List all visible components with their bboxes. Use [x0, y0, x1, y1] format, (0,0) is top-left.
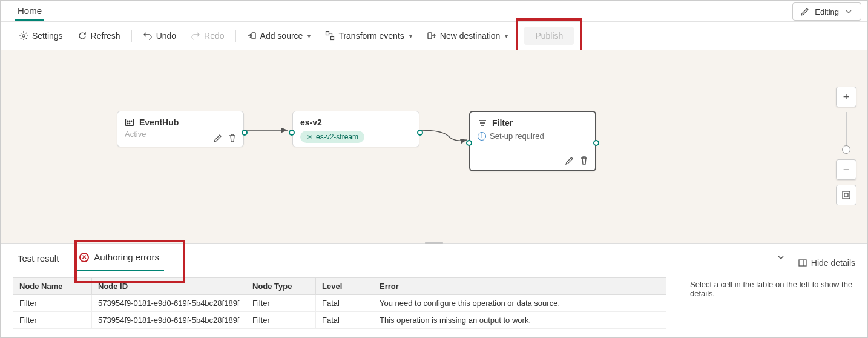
table-cell[interactable]: 573954f9-0181-e9d0-619f-5b4bc28f189f [92, 312, 246, 329]
edit-node-button[interactable] [565, 156, 574, 165]
table-cell[interactable]: You need to configure this operation or … [373, 295, 666, 312]
zoom-in-button[interactable]: + [836, 87, 856, 107]
table-row[interactable]: Filter573954f9-0181-e9d0-619f-5b4bc28f18… [13, 312, 666, 329]
col-node-id[interactable]: Node ID [92, 278, 246, 295]
undo-button[interactable]: Undo [137, 27, 182, 44]
chevron-down-icon: ▾ [307, 33, 311, 39]
settings-button[interactable]: Settings [13, 27, 69, 44]
refresh-icon [77, 31, 87, 41]
tab-test-result[interactable]: Test result [13, 245, 64, 271]
svg-rect-12 [843, 191, 850, 199]
node-esv2[interactable]: es-v2 es-v2-stream [292, 111, 419, 147]
svg-rect-14 [799, 260, 806, 266]
pencil-icon [213, 133, 223, 143]
hide-details-label: Hide details [811, 258, 855, 268]
stream-chip: es-v2-stream [300, 131, 364, 143]
fit-icon [841, 190, 851, 200]
chevron-down-icon: ▾ [505, 33, 508, 39]
port-input[interactable] [289, 130, 295, 136]
zoom-thumb[interactable] [842, 145, 850, 154]
port-output[interactable] [417, 130, 423, 136]
publish-button[interactable]: Publish [524, 27, 574, 45]
eventhub-icon [125, 118, 134, 127]
svg-rect-3 [331, 37, 334, 40]
new-destination-button[interactable]: New destination ▾ [421, 27, 515, 44]
port-input[interactable] [466, 140, 472, 146]
undo-label: Undo [156, 31, 176, 41]
pencil-icon [565, 156, 574, 165]
node-title: EventHub [139, 118, 179, 127]
svg-point-11 [129, 123, 130, 124]
node-title: Filter [492, 118, 513, 128]
tab-home[interactable]: Home [15, 2, 44, 21]
trash-icon [579, 156, 589, 165]
node-eventhub[interactable]: EventHub Active [117, 111, 244, 147]
chevron-down-icon[interactable] [776, 253, 786, 262]
redo-button[interactable]: Redo [185, 27, 230, 44]
new-destination-label: New destination [440, 31, 501, 41]
destination-icon [427, 31, 436, 41]
undo-icon [143, 31, 153, 41]
editing-mode-button[interactable]: Editing [792, 2, 861, 21]
table-cell[interactable]: Filter [246, 295, 316, 312]
add-source-label: Add source [260, 31, 303, 41]
delete-node-button[interactable] [228, 133, 237, 143]
add-source-icon [247, 31, 257, 41]
zoom-controls: + − [836, 87, 856, 205]
node-title: es-v2 [300, 118, 322, 127]
col-node-type[interactable]: Node Type [246, 278, 316, 295]
canvas[interactable]: EventHub Active es-v2 es-v2-stream Filte… [1, 50, 867, 243]
transform-icon [325, 31, 335, 41]
col-level[interactable]: Level [316, 278, 373, 295]
editing-label: Editing [815, 7, 839, 16]
svg-rect-2 [326, 32, 329, 35]
refresh-button[interactable]: Refresh [71, 27, 127, 44]
table-cell[interactable]: This operation is missing an output to w… [373, 312, 666, 329]
add-source-button[interactable]: Add source ▾ [241, 27, 317, 44]
refresh-label: Refresh [91, 31, 120, 41]
port-output[interactable] [593, 140, 599, 146]
errors-panel: Test result ✕ Authoring errors Hide deta… [1, 243, 867, 335]
details-placeholder: Select a cell in the table on the left t… [679, 271, 867, 335]
redo-label: Redo [204, 31, 224, 41]
table-cell[interactable]: Filter [13, 312, 92, 329]
filter-icon [478, 118, 487, 128]
tab-label: Authoring errors [94, 252, 159, 262]
col-node-name[interactable]: Node Name [13, 278, 92, 295]
info-icon: i [478, 132, 486, 141]
stream-icon [306, 133, 314, 141]
pencil-icon [800, 7, 810, 16]
table-cell[interactable]: Filter [13, 295, 92, 312]
col-error[interactable]: Error [373, 278, 666, 295]
gear-icon [19, 31, 28, 41]
svg-point-9 [131, 121, 132, 122]
table-cell[interactable]: 573954f9-0181-e9d0-619f-5b4bc28f189f [92, 295, 246, 312]
settings-label: Settings [32, 31, 63, 41]
divider [519, 30, 519, 42]
svg-rect-1 [252, 33, 255, 39]
node-status: Set-up required [490, 131, 544, 141]
port-output[interactable] [242, 130, 248, 136]
divider [235, 30, 236, 42]
table-row[interactable]: Filter573954f9-0181-e9d0-619f-5b4bc28f18… [13, 295, 666, 312]
tab-authoring-errors[interactable]: ✕ Authoring errors [74, 244, 164, 271]
zoom-slider[interactable] [846, 112, 847, 154]
table-cell[interactable]: Fatal [316, 295, 373, 312]
redo-icon [191, 31, 200, 41]
chevron-down-icon: ▾ [409, 33, 412, 39]
svg-point-0 [22, 35, 25, 37]
transform-events-button[interactable]: Transform events ▾ [319, 27, 418, 44]
transform-label: Transform events [338, 31, 404, 41]
delete-node-button[interactable] [579, 156, 589, 165]
hide-details-button[interactable]: Hide details [798, 258, 855, 268]
edit-node-button[interactable] [213, 133, 223, 143]
fit-to-screen-button[interactable] [836, 185, 856, 205]
node-filter[interactable]: Filter i Set-up required [469, 111, 596, 171]
panel-icon [798, 258, 807, 268]
svg-rect-6 [126, 119, 134, 126]
errors-table: Node Name Node ID Node Type Level Error … [13, 277, 666, 329]
svg-point-8 [129, 121, 130, 122]
table-cell[interactable]: Fatal [316, 312, 373, 329]
table-cell[interactable]: Filter [246, 312, 316, 329]
zoom-out-button[interactable]: − [836, 159, 856, 180]
